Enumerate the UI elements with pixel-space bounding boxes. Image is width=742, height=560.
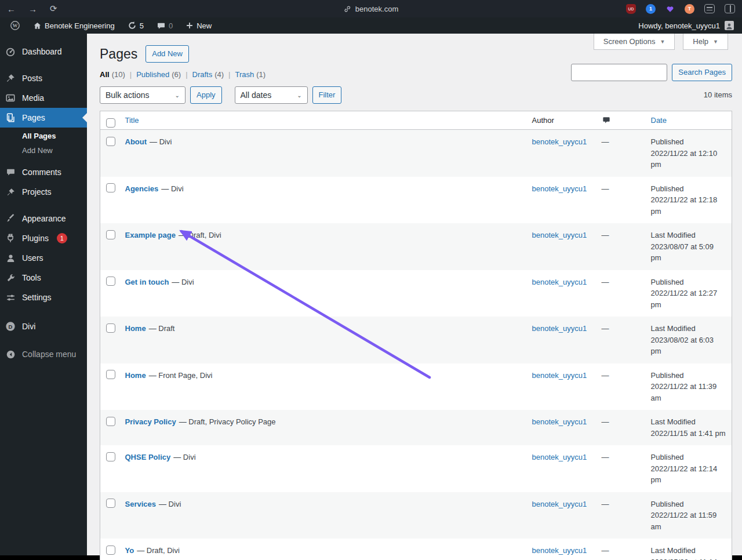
dashboard-icon <box>5 46 16 57</box>
sidebar-item-users[interactable]: Users <box>0 248 87 268</box>
page-title-link[interactable]: Example page <box>125 231 176 239</box>
view-filter-published[interactable]: Published (6) <box>136 70 181 79</box>
author-link[interactable]: benotek_uyycu1 <box>532 417 587 426</box>
author-link[interactable]: benotek_uyycu1 <box>532 324 587 333</box>
address-bar[interactable]: benotek.com <box>344 0 398 17</box>
row-checkbox[interactable] <box>106 452 115 461</box>
tools-icon <box>5 272 16 283</box>
row-checkbox[interactable] <box>106 417 115 426</box>
reload-icon[interactable]: ⟳ <box>50 3 57 14</box>
bulk-actions-select[interactable]: Bulk actions ⌄ <box>100 86 186 104</box>
filter-button[interactable]: Filter <box>312 86 342 104</box>
view-label[interactable]: Drafts <box>192 70 213 79</box>
page-title-link[interactable]: Services <box>125 500 157 508</box>
row-checkbox[interactable] <box>106 499 115 508</box>
new-menu[interactable]: New <box>181 17 216 34</box>
author-link[interactable]: benotek_uyycu1 <box>532 546 587 555</box>
adblock-extension-icon[interactable]: UD <box>626 4 636 14</box>
sort-title-column[interactable]: Title <box>125 116 139 125</box>
author-link[interactable]: benotek_uyycu1 <box>532 184 587 193</box>
sort-date-column[interactable]: Date <box>651 116 667 125</box>
screen-options-button[interactable]: Screen Options ▼ <box>594 34 675 50</box>
add-new-button[interactable]: Add New <box>146 45 189 63</box>
post-state: — Draft <box>149 324 175 333</box>
sidebar-item-divi[interactable]: D Divi <box>0 317 87 336</box>
author-link[interactable]: benotek_uyycu1 <box>532 278 587 286</box>
onepassword-extension-icon[interactable]: 1 <box>646 4 656 14</box>
page-title-link[interactable]: About <box>125 137 147 146</box>
row-checkbox[interactable] <box>106 277 115 286</box>
author-link[interactable]: benotek_uyycu1 <box>532 500 587 508</box>
sidebar-item-pages[interactable]: Pages <box>0 108 87 128</box>
wordpress-logo-icon[interactable]: W <box>6 17 24 34</box>
sidebar-item-comments[interactable]: Comments <box>0 162 87 182</box>
comments-menu[interactable]: 0 <box>152 17 177 34</box>
row-checkbox[interactable] <box>106 370 115 379</box>
divi-icon: D <box>5 321 16 332</box>
sidebar-item-all-pages[interactable]: All Pages <box>0 129 87 143</box>
sidebar-item-settings[interactable]: Settings <box>0 288 87 307</box>
items-count: 10 items <box>704 90 732 99</box>
updates-menu[interactable]: 5 <box>123 17 148 34</box>
updates-count: 5 <box>140 21 144 30</box>
sidebar-item-tools[interactable]: Tools <box>0 268 87 288</box>
author-link[interactable]: benotek_uyycu1 <box>532 137 587 146</box>
post-state: — Draft, Divi <box>179 231 221 239</box>
comments-column-icon[interactable] <box>602 116 639 125</box>
row-checkbox[interactable] <box>106 183 115 192</box>
post-state: — Front Page, Divi <box>149 371 213 380</box>
author-link[interactable]: benotek_uyycu1 <box>532 371 587 380</box>
post-state: — Divi <box>173 453 195 461</box>
sidebar-item-posts[interactable]: Posts <box>0 68 87 88</box>
site-name-menu[interactable]: Benotek Engineering <box>29 17 119 34</box>
row-checkbox[interactable] <box>106 137 115 146</box>
extensions-icon[interactable] <box>704 4 715 13</box>
t-extension-icon[interactable]: T <box>685 4 694 14</box>
author-link[interactable]: benotek_uyycu1 <box>532 453 587 461</box>
dates-filter-select[interactable]: All dates ⌄ <box>235 86 308 104</box>
back-icon[interactable]: ← <box>7 4 16 14</box>
page-title-link[interactable]: Yo <box>125 546 134 555</box>
sidebar-collapse-menu[interactable]: Collapse menu <box>0 344 87 364</box>
new-label: New <box>197 21 212 30</box>
author-link[interactable]: benotek_uyycu1 <box>532 231 587 239</box>
view-label[interactable]: All <box>100 70 110 79</box>
sidebar-item-plugins[interactable]: Plugins 1 <box>0 228 87 248</box>
view-label[interactable]: Published <box>136 70 169 79</box>
help-button[interactable]: Help ▼ <box>683 34 728 50</box>
page-title-link[interactable]: Home <box>125 371 146 380</box>
howdy-text[interactable]: Howdy, benotek_uyycu1 <box>638 21 720 30</box>
view-label[interactable]: Trash <box>235 70 254 79</box>
page-title-link[interactable]: QHSE Policy <box>125 453 171 461</box>
page-title-link[interactable]: Get in touch <box>125 278 169 286</box>
heart-extension-icon[interactable] <box>665 5 675 13</box>
sidebar-item-media[interactable]: Media <box>0 88 87 108</box>
search-input[interactable] <box>571 64 667 81</box>
date-value: 2022/11/22 at 11:59 am <box>651 510 726 532</box>
sidebar-toggle-icon[interactable] <box>725 4 735 13</box>
row-checkbox[interactable] <box>106 546 115 555</box>
search-pages-button[interactable]: Search Pages <box>672 64 732 81</box>
forward-icon[interactable]: → <box>28 4 37 14</box>
page-title-link[interactable]: Privacy Policy <box>125 417 176 426</box>
avatar[interactable] <box>725 21 734 30</box>
sidebar-item-add-new[interactable]: Add New <box>0 143 87 158</box>
view-count: (4) <box>214 70 224 79</box>
view-filter-trash[interactable]: Trash (1) <box>235 70 265 79</box>
row-checkbox[interactable] <box>106 230 115 239</box>
row-checkbox[interactable] <box>106 323 115 333</box>
sidebar-item-projects[interactable]: Projects <box>0 182 87 202</box>
sidebar-item-appearance[interactable]: Appearance <box>0 209 87 228</box>
view-filter-all[interactable]: All (10) <box>100 70 125 79</box>
apply-button[interactable]: Apply <box>190 86 222 104</box>
sidebar-item-label: Plugins <box>22 233 49 243</box>
page-title-link[interactable]: Agencies <box>125 184 159 193</box>
pages-submenu: All Pages Add New <box>0 128 87 162</box>
date-value: 2022/11/22 at 12:18 pm <box>651 194 726 217</box>
view-filter-drafts[interactable]: Drafts (4) <box>192 70 224 79</box>
pages-icon <box>5 112 16 123</box>
sidebar-item-dashboard[interactable]: Dashboard <box>0 42 87 61</box>
select-all-checkbox[interactable] <box>106 118 115 128</box>
table-row: Home— Draft benotek_uyycu1 — Last Modifi… <box>100 317 732 363</box>
page-title-link[interactable]: Home <box>125 324 146 333</box>
